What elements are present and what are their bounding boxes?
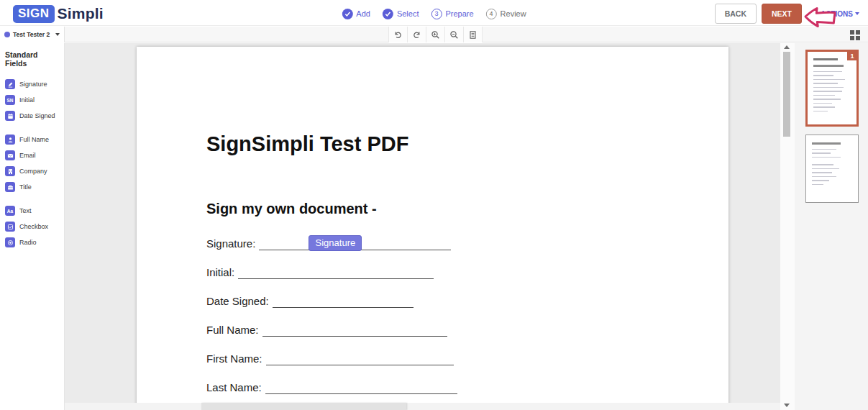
- chevron-down-icon: [855, 12, 859, 15]
- grid-square-icon: [850, 30, 854, 35]
- pdf-title: SignSimpli Test PDF: [206, 132, 728, 156]
- horizontal-scrollbar[interactable]: [65, 403, 780, 410]
- page-thumbnails-panel: 1: [795, 43, 868, 410]
- sidebar-item-initial[interactable]: SN Initial: [0, 92, 64, 108]
- calendar-icon: [5, 111, 15, 121]
- pdf-field-label: First Name:: [206, 352, 262, 365]
- thumb-content-line: [813, 111, 828, 112]
- vertical-scrollbar-thumb[interactable]: [783, 52, 790, 137]
- back-button[interactable]: BACK: [715, 4, 757, 24]
- step-number-circle: 3: [431, 9, 442, 19]
- pdf-field-label: Signature:: [206, 237, 255, 250]
- signer-select[interactable]: Test Tester 2: [0, 27, 65, 42]
- sidebar-item-full-name[interactable]: Full Name: [0, 132, 64, 147]
- zoom-out-button[interactable]: [445, 27, 464, 42]
- signer-name: Test Tester 2: [13, 31, 52, 38]
- thumb-content-line: [813, 79, 845, 81]
- sidebar-item-checkbox[interactable]: Checkbox: [0, 219, 64, 234]
- pdf-field-row-signature: Signature: Signature: [206, 237, 728, 250]
- step-review[interactable]: 4 Review: [486, 9, 526, 19]
- sidebar-item-email[interactable]: Email: [0, 147, 64, 163]
- sidebar-item-label: Signature: [19, 81, 47, 88]
- sidebar-item-radio[interactable]: Radio: [0, 234, 64, 250]
- text-icon: Aa: [5, 206, 15, 216]
- pdf-field-label: Date Signed:: [206, 295, 269, 308]
- vertical-scrollbar[interactable]: [780, 43, 795, 410]
- sidebar-item-text[interactable]: Aa Text: [0, 203, 64, 219]
- step-select[interactable]: Select: [383, 9, 419, 19]
- sidebar-item-label: Text: [19, 207, 32, 214]
- identity-fields-group: Full Name Email Company: [0, 132, 64, 195]
- main-area: Standard Fields Signature SN Initial: [0, 43, 868, 410]
- pdf-subtitle: Sign my own document -: [206, 200, 728, 217]
- pdf-page: SignSimpli Test PDF Sign my own document…: [137, 47, 728, 410]
- thumb-content-line: [812, 176, 836, 178]
- page-thumbnail-2[interactable]: [805, 135, 859, 203]
- sidebar-item-label: Email: [19, 152, 36, 159]
- page-number-badge: 1: [847, 51, 857, 60]
- sidebar-item-title[interactable]: Title: [0, 179, 64, 195]
- step-prepare[interactable]: 3 Prepare: [431, 9, 473, 19]
- wizard-steps: Add Select 3 Prepare 4 Review: [342, 9, 526, 19]
- pdf-field-line: Signature: [259, 239, 451, 250]
- scroll-down-arrow-icon[interactable]: [784, 404, 790, 407]
- pdf-field-row-date-signed: Date Signed:: [206, 295, 728, 308]
- actions-label: ACTIONS: [821, 10, 853, 18]
- grid-square-icon: [850, 36, 854, 40]
- pdf-field-line: [238, 268, 434, 279]
- pdf-field-line: [266, 354, 454, 365]
- header-actions: BACK NEXT ACTIONS: [715, 4, 862, 24]
- pdf-field-row-first-name: First Name:: [206, 352, 728, 365]
- sidebar-item-signature[interactable]: Signature: [0, 76, 64, 92]
- input-fields-group: Aa Text Checkbox Radio: [0, 203, 64, 250]
- thumb-content-line: [813, 75, 833, 76]
- signsimpli-logo: SIGN Simpli: [13, 5, 104, 23]
- pdf-field-label: Last Name:: [206, 381, 262, 394]
- pdf-field-line: [262, 325, 447, 337]
- person-icon: [5, 135, 15, 145]
- thumb-content-line: [813, 87, 844, 88]
- thumb-content-line: [812, 168, 839, 170]
- thumb-content-line: [813, 91, 842, 92]
- pdf-field-row-full-name: Full Name:: [206, 324, 728, 337]
- undo-button[interactable]: [389, 27, 408, 42]
- next-button[interactable]: NEXT: [762, 4, 802, 24]
- pdf-field-line: [273, 296, 414, 308]
- thumb-content-line: [813, 103, 832, 104]
- actions-dropdown[interactable]: ACTIONS: [821, 10, 859, 18]
- check-circle-icon: [342, 9, 352, 19]
- fields-sidebar: Standard Fields Signature SN Initial: [0, 43, 65, 410]
- thumb-content-line: [812, 149, 836, 150]
- pdf-field-label: Initial:: [206, 266, 234, 279]
- sidebar-item-company[interactable]: Company: [0, 163, 64, 179]
- thumb-content-line: [812, 142, 841, 145]
- step-label: Select: [397, 9, 419, 18]
- thumb-content-line: [812, 184, 823, 186]
- page-view-icon: [468, 30, 478, 40]
- thumb-content-line: [812, 172, 832, 173]
- thumb-content-line: [812, 152, 831, 154]
- placed-signature-field[interactable]: Signature: [309, 235, 362, 251]
- logo-simpli-text: Simpli: [58, 5, 104, 22]
- sidebar-item-date-signed[interactable]: Date Signed: [0, 108, 64, 124]
- redo-icon: [412, 30, 421, 40]
- step-add[interactable]: Add: [342, 9, 370, 19]
- horizontal-scrollbar-thumb[interactable]: [201, 403, 406, 410]
- page-thumbnail-1[interactable]: 1: [805, 50, 859, 127]
- thumb-content-line: [813, 58, 838, 60]
- grid-square-icon: [856, 36, 860, 40]
- zoom-in-button[interactable]: [426, 27, 445, 42]
- step-number-circle: 4: [486, 9, 497, 19]
- signature-pen-icon: [5, 79, 15, 89]
- app-header: SIGN Simpli Add Select 3 Prepare 4: [0, 2, 868, 26]
- zoom-in-icon: [431, 30, 440, 40]
- step-label: Review: [501, 9, 526, 18]
- thumbnail-grid-toggle[interactable]: [850, 30, 860, 40]
- canvas-tools: [388, 27, 483, 42]
- undo-icon: [393, 30, 403, 40]
- redo-button[interactable]: [408, 27, 426, 42]
- sidebar-item-label: Title: [19, 183, 32, 191]
- sidebar-item-label: Company: [19, 168, 47, 175]
- scroll-up-arrow-icon[interactable]: [784, 45, 790, 49]
- page-view-button[interactable]: [464, 27, 483, 42]
